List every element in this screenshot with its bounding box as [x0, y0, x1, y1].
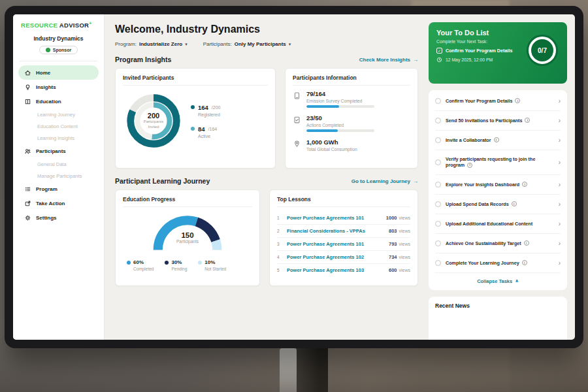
main-content: Welcome, Industry Dynamics Program: Indu… [105, 14, 427, 340]
task-item[interactable]: Complete Your Learning Journeyi › [435, 253, 561, 273]
chevron-right-icon[interactable]: › [559, 97, 561, 105]
sidebar-item-home[interactable]: Home [18, 65, 99, 80]
info-icon[interactable]: i [494, 137, 499, 142]
task-item[interactable]: Explore Your Insights Dashboardi › [435, 175, 561, 195]
sidebar-item-label: Insights [36, 84, 56, 90]
chevron-right-icon[interactable]: › [559, 181, 561, 188]
chevron-right-icon[interactable]: › [559, 137, 561, 144]
task-item[interactable]: Upload Additional Educational Content › [435, 214, 561, 234]
sidebar-item-learning-journey[interactable]: Learning Journey [18, 108, 99, 120]
sidebar-item-settings[interactable]: Settings [18, 210, 99, 225]
survey-icon [293, 91, 301, 99]
task-checkbox[interactable] [435, 182, 441, 188]
sidebar-item-learning-insights[interactable]: Learning Insights [18, 132, 99, 144]
task-item[interactable]: Confirm Your Program Detailsi › [435, 91, 561, 111]
task-item[interactable]: Achieve One Sustainability Targeti › [435, 234, 561, 253]
participants-filter[interactable]: Participants: Only My Participants ▾ [203, 41, 291, 47]
invited-legend: 164 /200 Registered 84 /164 [191, 104, 220, 139]
lesson-views: 600views [389, 267, 410, 273]
lesson-link[interactable]: Power Purchase Agreements 101 [287, 241, 384, 247]
background: RESOURCE ADVISOR+ Industry Dynamics Spon… [0, 0, 588, 392]
dashboard-screen: RESOURCE ADVISOR+ Industry Dynamics Spon… [13, 14, 575, 340]
gear-icon [24, 214, 31, 221]
legend-item-completed: 60% Completed [127, 259, 154, 271]
task-item[interactable]: Verify participants requesting to join t… [435, 150, 561, 175]
sidebar-item-participants[interactable]: Participants [18, 144, 99, 158]
sponsor-label: Sponsor [53, 48, 71, 52]
chevron-right-icon[interactable]: › [559, 259, 561, 267]
card-title: Participants Information [293, 74, 410, 86]
task-item[interactable]: Invite a Collaboratori › [435, 131, 561, 150]
sidebar-item-label: Participants [36, 148, 66, 154]
info-icon[interactable]: i [467, 163, 472, 168]
task-item[interactable]: Upload Spend Data Recordsi › [435, 195, 561, 214]
sidebar-item-manage-participants[interactable]: Manage Participants [18, 170, 99, 182]
sidebar-item-general-data[interactable]: General Data [18, 158, 99, 170]
task-checkbox[interactable] [435, 221, 441, 227]
sidebar-item-insights[interactable]: Insights [18, 80, 99, 94]
section-title: Participant Learning Journey [115, 177, 210, 185]
info-icon[interactable]: i [512, 201, 517, 206]
sidebar-item-label: Education [36, 99, 61, 105]
invited-donut-chart: 200 Participants Invited [123, 90, 184, 152]
page-title: Welcome, Industry Dynamics [115, 24, 418, 35]
info-icon[interactable]: i [522, 182, 527, 187]
chevron-right-icon[interactable]: › [559, 117, 561, 124]
task-checkbox[interactable] [435, 260, 441, 266]
participants-filter-label: Participants: [203, 41, 232, 47]
sidebar-item-program[interactable]: Program [18, 182, 99, 196]
lesson-link[interactable]: Power Purchase Agreements 103 [287, 267, 384, 273]
legend-item-registered: 164 /200 Registered [191, 104, 220, 117]
sidebar-item-label: Program [36, 186, 57, 192]
lesson-rank: 5 [277, 268, 282, 272]
check-more-insights-link[interactable]: Check More Insights → [359, 57, 418, 63]
task-item[interactable]: Send 50 Invitations to Participantsi › [435, 111, 561, 131]
program-insights-header: Program Insights Check More Insights → [115, 56, 418, 63]
lesson-link[interactable]: Power Purchase Agreements 101 [287, 215, 382, 221]
arrow-right-icon: → [413, 178, 418, 184]
metric-global-consumption: 1,000 GWh Total Global Consumption [293, 139, 410, 154]
task-checkbox[interactable] [435, 137, 441, 143]
lesson-rank: 1 [277, 216, 282, 220]
sidebar-item-education-content[interactable]: Education Content [18, 120, 99, 132]
org-name: Industry Dynamics [18, 35, 99, 42]
info-icon[interactable]: i [515, 98, 520, 103]
info-icon[interactable]: i [524, 240, 529, 246]
info-icon[interactable]: i [522, 260, 527, 265]
chevron-up-icon: ∧ [515, 278, 519, 284]
action-arrow-icon [24, 200, 31, 207]
logo-resource: RESOURCE [21, 22, 57, 29]
people-icon [24, 148, 31, 155]
program-filter[interactable]: Program: Industrialize Zero ▾ [115, 41, 188, 47]
sidebar-item-education[interactable]: Education [18, 94, 99, 108]
legend-dot [191, 105, 195, 109]
task-checkbox[interactable] [435, 159, 441, 165]
lesson-rank: 2 [277, 229, 282, 233]
lesson-link[interactable]: Financial Considerations - VPPAs [287, 228, 384, 234]
gauge-center-value: 150 [147, 231, 228, 239]
chevron-right-icon[interactable]: › [559, 220, 561, 227]
chevron-right-icon[interactable]: › [559, 159, 561, 166]
sidebar-item-take-action[interactable]: Take Action [18, 196, 99, 210]
collapse-tasks-link[interactable]: Collapse Tasks ∧ [435, 273, 561, 290]
task-checkbox[interactable] [435, 98, 441, 104]
lesson-link[interactable]: Power Purchase Agreements 102 [287, 254, 384, 260]
sponsor-badge: Sponsor [39, 46, 78, 54]
go-to-learning-journey-link[interactable]: Go to Learning Journey → [351, 178, 418, 184]
task-checkbox[interactable] [435, 118, 441, 123]
chevron-right-icon[interactable]: › [559, 240, 561, 247]
list-icon [24, 186, 31, 193]
task-checkbox[interactable] [435, 201, 441, 207]
learning-journey-header: Participant Learning Journey Go to Learn… [115, 177, 418, 185]
todo-tasks-card: Confirm Your Program Detailsi › Send 50 … [429, 90, 567, 290]
task-checkbox[interactable] [435, 240, 441, 246]
monitor-bezel: RESOURCE ADVISOR+ Industry Dynamics Spon… [5, 6, 583, 348]
chevron-right-icon[interactable]: › [559, 201, 561, 208]
location-pin-icon [293, 139, 301, 148]
check-icon: ✓ [436, 48, 442, 54]
legend-dot [191, 127, 195, 131]
info-icon[interactable]: i [525, 118, 530, 123]
donut-center-label: Participants Invited [140, 120, 167, 129]
legend-dot [127, 261, 131, 265]
invited-participants-card: Invited Participants 200 [115, 68, 276, 169]
